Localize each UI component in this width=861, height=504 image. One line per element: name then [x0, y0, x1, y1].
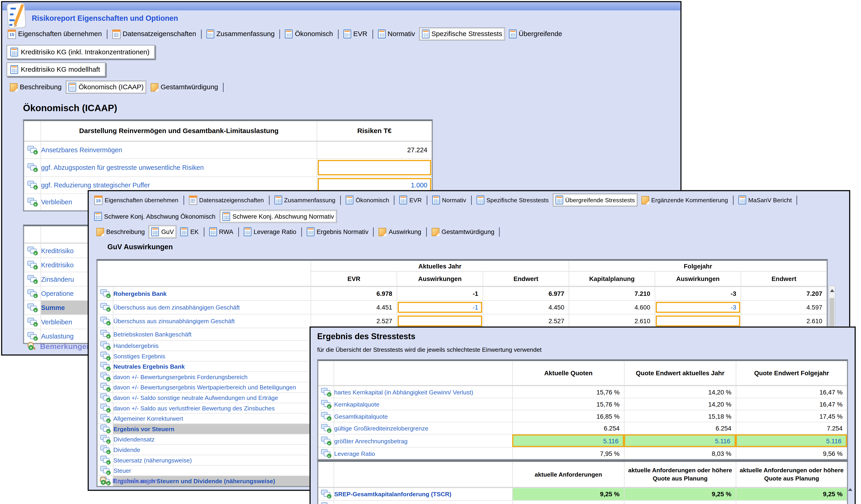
comment-add-icon[interactable]: [100, 289, 110, 298]
comment-add-icon[interactable]: [27, 317, 38, 326]
tab-schwere-konj-abschwung-oekonomisch[interactable]: Schwere Konj. Abschwung Ökonomisch: [92, 210, 218, 222]
row-label-link[interactable]: Auslastung: [41, 332, 74, 340]
row-label-link[interactable]: Kreditrisiko: [41, 261, 73, 269]
tab-beschreibung[interactable]: Beschreibung: [8, 81, 64, 93]
comment-add-icon[interactable]: [100, 466, 110, 475]
row-label-link[interactable]: SREP-Gesamtkapitalanforderung (TSCR): [334, 491, 451, 498]
row-label-link[interactable]: Kernkapitalquote: [334, 401, 379, 407]
tab-guv[interactable]: GuV: [149, 225, 176, 238]
comment-add-icon[interactable]: [27, 275, 38, 284]
row-label-link[interactable]: Kreditrisiko: [41, 247, 73, 255]
row-label-link[interactable]: gültige Großkrediteinzelobergrenze: [334, 425, 428, 432]
row-label-link[interactable]: Verbleiben: [41, 318, 72, 326]
comment-add-icon[interactable]: [100, 456, 110, 464]
tab-auswirkung[interactable]: Auswirkung: [377, 226, 423, 237]
auswirkung-input[interactable]: [398, 302, 482, 313]
row-label-link[interactable]: ggf. Reduzierung strategischer Puffer: [41, 181, 150, 189]
comment-add-icon[interactable]: [27, 163, 38, 172]
toolbar-item-uebergreifende-stresstests[interactable]: Übergreifende Stresstests: [552, 193, 638, 207]
comment-add-icon[interactable]: [321, 424, 331, 432]
bemerkungen-link[interactable]: Bemerkungen: [27, 342, 91, 351]
tab-rwa[interactable]: RWA: [207, 226, 235, 238]
comment-add-icon[interactable]: [100, 303, 110, 312]
comment-add-icon[interactable]: [321, 387, 331, 396]
comment-add-icon[interactable]: [321, 436, 331, 445]
tab-oekonomisch-icaap[interactable]: Ökonomisch (ICAAP): [66, 81, 146, 94]
comment-add-icon[interactable]: [100, 362, 110, 371]
row-label-link[interactable]: davon +/- Bewertungsergebnis Wertpapierb…: [113, 384, 296, 391]
tab-gestamtwuerdigung[interactable]: Gestamtwürdigung: [429, 226, 496, 237]
toolbar-item-uebergreifende[interactable]: Übergreifende: [506, 28, 564, 40]
toolbar-item-datensatzeigenschaften[interactable]: Datensatzeigenschaften: [110, 28, 199, 40]
row-label-link[interactable]: Überschuss aus zinsunabhängigem Geschäft: [113, 318, 235, 324]
row-label-link[interactable]: Sonstiges Ergebnis: [113, 353, 165, 359]
toolbar-item-normativ[interactable]: Normativ: [375, 28, 417, 40]
comment-add-icon[interactable]: [27, 246, 38, 255]
scroll-up-icon[interactable]: [830, 289, 834, 292]
comment-add-icon[interactable]: [27, 303, 38, 312]
tab-schwere-konj-abschwung-normativ[interactable]: Schwere Konj. Abschwung Normativ: [220, 209, 337, 223]
comment-add-icon[interactable]: [100, 425, 110, 433]
comment-add-icon[interactable]: [100, 445, 110, 454]
toolbar-item-eigenschaften-uebernehmen[interactable]: Eigenschaften übernehmen: [92, 193, 180, 206]
row-label-link[interactable]: davon +/- Saldo sonstige neutrale Aufwen…: [113, 394, 278, 401]
row-label-link[interactable]: Neutrales Ergebnis Bank: [113, 363, 185, 370]
toolbar-item-eigenschaften-uebernehmen[interactable]: Eigenschaften übernehmen: [5, 28, 104, 40]
toolbar-item-normativ[interactable]: Normativ: [430, 194, 468, 206]
row-label-link[interactable]: davon +/- Bewertungsergebnis Forderungsb…: [113, 374, 248, 380]
toolbar-item-datensatzeigenschaften[interactable]: Datensatzeigenschaften: [187, 193, 266, 206]
row-label-link[interactable]: Gesamtkapitalquote: [334, 413, 388, 419]
row-label-link[interactable]: Verbleiben: [41, 199, 72, 206]
tab-beschreibung[interactable]: Beschreibung: [94, 226, 147, 237]
comment-add-icon[interactable]: [100, 414, 110, 423]
row-label-link[interactable]: Betriebskosten Bankgeschäft: [113, 331, 192, 338]
tab-ek[interactable]: EK: [178, 226, 201, 238]
comment-add-icon[interactable]: [321, 400, 331, 408]
comment-add-icon[interactable]: [27, 198, 38, 206]
comment-add-icon[interactable]: [100, 393, 110, 402]
toolbar-item-masanv-bericht[interactable]: MaSanV Bericht: [736, 194, 794, 206]
row-label-link[interactable]: Steuersatz (näherungsweise): [113, 457, 192, 464]
row-label-link[interactable]: Zinsänderu: [41, 275, 74, 283]
row-label-link[interactable]: Summe: [41, 304, 65, 312]
row-label-link[interactable]: Operatione: [41, 289, 74, 297]
row-label-link[interactable]: Dividende: [113, 447, 140, 453]
auswirkung-input[interactable]: [656, 302, 740, 313]
row-label-link[interactable]: Handelsergebnis: [113, 342, 159, 349]
auswirkung-input[interactable]: [398, 315, 482, 326]
toolbar-item-ergaenzende-kommentierung[interactable]: Ergänzende Kommentierung: [639, 194, 730, 206]
comment-add-icon[interactable]: [100, 341, 110, 350]
comment-add-icon[interactable]: [100, 383, 110, 392]
abzugsposten-input[interactable]: [318, 160, 431, 175]
comment-add-icon[interactable]: [100, 330, 110, 339]
comment-add-icon[interactable]: [100, 404, 110, 412]
comment-add-icon[interactable]: [321, 502, 331, 504]
button-kreditrisiko-kg-intra[interactable]: Kreditrisiko KG (inkl. Intrakonzentratio…: [6, 45, 155, 59]
row-label-link[interactable]: Leverage Ratio: [334, 450, 375, 457]
scroll-up-icon[interactable]: [848, 488, 852, 491]
comment-add-icon[interactable]: [100, 352, 110, 360]
toolbar-item-oekonomisch[interactable]: Ökonomisch: [343, 194, 391, 206]
comment-add-icon[interactable]: [27, 146, 38, 154]
comment-add-icon[interactable]: [321, 449, 331, 458]
tab-leverage-ratio[interactable]: Leverage Ratio: [242, 226, 299, 238]
comment-add-icon[interactable]: [27, 181, 38, 189]
row-label-link[interactable]: davon +/- Saldo aus verlustfreier Bewert…: [113, 405, 275, 411]
row-label-link[interactable]: Ergebnis vor Steuern: [113, 426, 174, 432]
toolbar-item-zusammenfassung[interactable]: Zusammenfassung: [272, 194, 338, 206]
row-label-link[interactable]: Ansetzbares Reinvermögen: [41, 146, 122, 154]
auswirkung-input[interactable]: [656, 315, 740, 326]
comment-add-icon[interactable]: [27, 289, 38, 298]
row-label-link[interactable]: Überschuss aus dem zinsabhängigen Geschä…: [113, 304, 240, 311]
comment-add-icon[interactable]: [27, 332, 38, 340]
toolbar-item-evr[interactable]: EVR: [397, 194, 424, 206]
button-kreditrisiko-kg-modellhaft[interactable]: Kreditrisiko KG modellhaft: [6, 63, 106, 77]
comment-add-icon[interactable]: [100, 435, 110, 444]
tab-ergebnis-normativ[interactable]: Ergebnis Normativ: [304, 226, 370, 238]
row-label-link[interactable]: Dividendensatz: [113, 436, 155, 442]
row-label-link[interactable]: Rohergebnis Bank: [113, 290, 167, 297]
toolbar-item-oekonomisch[interactable]: Ökonomisch: [283, 28, 335, 40]
row-label-link[interactable]: größter Anrechnungsbetrag: [334, 437, 408, 444]
comment-add-icon[interactable]: [100, 317, 110, 325]
comment-add-icon[interactable]: [321, 412, 331, 421]
